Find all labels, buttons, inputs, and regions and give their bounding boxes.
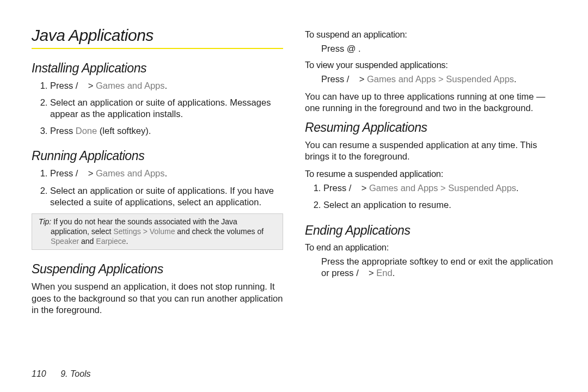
tip-text: and	[79, 237, 96, 246]
section-suspending: Suspending Applications When you suspend…	[32, 262, 283, 315]
lead-text: To resume a suspended application:	[305, 169, 556, 179]
step-text: Press / >	[50, 81, 96, 90]
lead-text: To view your suspended applications:	[305, 60, 556, 70]
step-text: Press / >	[50, 168, 96, 178]
lead-text: To end an application:	[305, 242, 556, 253]
setting-name: Speaker	[51, 237, 79, 246]
step-text: .	[514, 74, 517, 84]
left-column: Java Applications Installing Application…	[32, 26, 283, 328]
setting-name: Earpiece	[96, 237, 126, 246]
running-steps: Press / > Games and Apps. Select an appl…	[32, 168, 283, 207]
installing-steps: Press / > Games and Apps. Select an appl…	[32, 80, 283, 137]
menu-path: Games and Apps	[96, 81, 165, 90]
chapter-label: 9. Tools	[60, 369, 90, 378]
page-title: Java Applications	[32, 26, 283, 45]
instruction-text: Press @ .	[321, 43, 556, 54]
resuming-steps: Press / > Games and Apps > Suspended App…	[305, 182, 556, 211]
instruction-text: Press the appropriate softkey to end or …	[321, 256, 556, 279]
tip-text: and check the volumes of	[175, 227, 264, 236]
tip-label: Tip:	[39, 217, 51, 226]
heading-suspending: Suspending Applications	[32, 262, 283, 277]
menu-path: Games and Apps > Suspended Apps	[369, 183, 516, 193]
heading-installing: Installing Applications	[32, 61, 283, 76]
list-item: Select an application or suite of applic…	[50, 97, 283, 120]
section-resuming: Resuming Applications You can resume a s…	[305, 120, 556, 211]
menu-path: Games and Apps > Suspended Apps	[367, 74, 514, 84]
menu-path: End	[376, 268, 392, 278]
body-text: You can have up to three applications ru…	[305, 91, 556, 114]
section-running: Running Applications Press / > Games and…	[32, 149, 283, 250]
step-text: Press / >	[321, 74, 367, 84]
body-text: You can resume a suspended application a…	[305, 139, 556, 162]
step-text: Press / >	[323, 183, 369, 193]
instruction-text: Press / > Games and Apps > Suspended App…	[321, 74, 556, 85]
list-item: Press / > Games and Apps > Suspended App…	[323, 182, 556, 194]
title-rule	[32, 48, 283, 49]
step-text: Press	[50, 126, 76, 136]
page-footer: 110 9. Tools	[32, 369, 91, 379]
menu-path: Games and Apps	[96, 168, 165, 178]
softkey-label: Done	[76, 126, 97, 136]
tip-box: Tip: If you do not hear the sounds assoc…	[32, 213, 283, 250]
heading-running: Running Applications	[32, 149, 283, 163]
page-number: 110	[32, 369, 46, 378]
heading-resuming: Resuming Applications	[305, 120, 556, 135]
list-item: Select an application to resume.	[323, 199, 556, 211]
list-item: Select an application or suite of applic…	[50, 185, 283, 208]
step-text: .	[516, 183, 519, 193]
step-text: Press the appropriate softkey to end or …	[321, 256, 553, 278]
step-text: .	[164, 81, 167, 90]
step-text: .	[393, 268, 395, 278]
heading-ending: Ending Applications	[305, 223, 556, 238]
tip-text: .	[126, 237, 128, 246]
list-item: Press Done (left softkey).	[50, 125, 283, 137]
lead-text: To suspend an application:	[305, 29, 556, 40]
section-ending: Ending Applications To end an applicatio…	[305, 223, 556, 279]
right-column: To suspend an application: Press @ . To …	[305, 26, 556, 328]
list-item: Press / > Games and Apps.	[50, 168, 283, 179]
menu-path: Settings > Volume	[113, 227, 175, 236]
list-item: Press / > Games and Apps.	[50, 80, 283, 91]
step-text: .	[164, 168, 167, 178]
body-text: When you suspend an application, it does…	[32, 281, 283, 315]
step-text: (left softkey).	[97, 126, 151, 136]
section-installing: Installing Applications Press / > Games …	[32, 61, 283, 137]
